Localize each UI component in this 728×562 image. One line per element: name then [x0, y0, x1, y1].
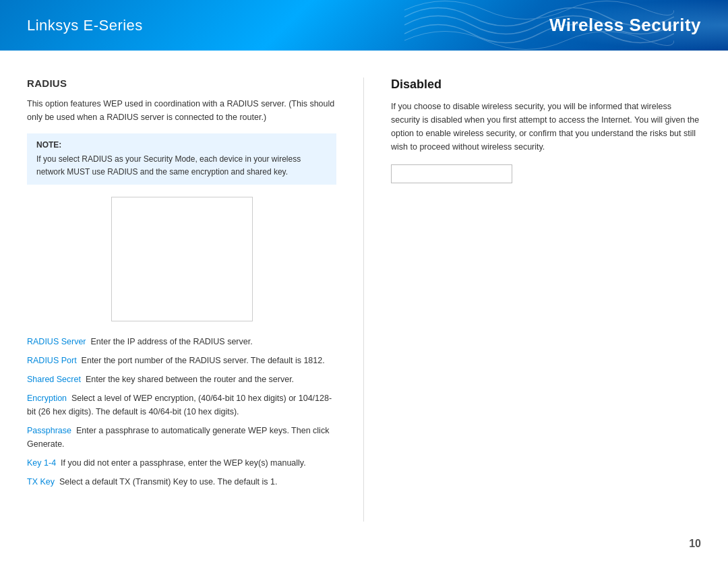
field-desc-passphrase: Passphrase Enter a passphrase to automat… [27, 424, 336, 451]
field-label-radius-server: RADIUS Server [27, 337, 86, 346]
field-label-key14: Key 1-4 [27, 458, 56, 468]
field-desc-radius-server: RADIUS Server Enter the IP address of th… [27, 335, 336, 348]
field-text-encryption: Select a level of WEP encryption, (40/64… [27, 394, 332, 416]
field-desc-radius-port: RADIUS Port Enter the port number of the… [27, 354, 336, 367]
field-text-key14: If you did not enter a passphrase, enter… [61, 458, 306, 468]
field-text-radius-port: Enter the port number of the RADIUS serv… [82, 356, 325, 365]
radius-intro: This option features WEP used in coordin… [27, 97, 336, 124]
disabled-body: If you choose to disable wireless securi… [391, 100, 701, 154]
field-label-encryption: Encryption [27, 394, 67, 403]
field-label-shared-secret: Shared Secret [27, 375, 81, 384]
page-number: 10 [689, 538, 701, 550]
field-desc-txkey: TX Key Select a default TX (Transmit) Ke… [27, 475, 336, 489]
radius-title: RADIUS [27, 77, 336, 89]
disabled-section: Disabled If you choose to disable wirele… [364, 77, 701, 522]
field-text-txkey: Select a default TX (Transmit) Key to us… [59, 477, 278, 487]
field-label-passphrase: Passphrase [27, 426, 71, 435]
field-text-shared-secret: Enter the key shared between the router … [86, 375, 294, 384]
field-label-txkey: TX Key [27, 477, 55, 487]
field-label-radius-port: RADIUS Port [27, 356, 77, 365]
radius-section: RADIUS This option features WEP used in … [27, 77, 364, 522]
header-left-title: Linksys E-Series [27, 17, 143, 34]
field-text-passphrase: Enter a passphrase to automatically gene… [27, 426, 329, 449]
disabled-input-placeholder[interactable] [391, 164, 512, 183]
disabled-title: Disabled [391, 77, 701, 92]
field-text-radius-server: Enter the IP address of the RADIUS serve… [90, 337, 252, 346]
field-desc-encryption: Encryption Select a level of WEP encrypt… [27, 392, 336, 418]
main-content: RADIUS This option features WEP used in … [0, 51, 728, 535]
radius-image-placeholder [111, 197, 253, 321]
field-desc-key14: Key 1-4 If you did not enter a passphras… [27, 456, 336, 470]
note-text: If you select RADIUS as your Security Mo… [36, 153, 327, 178]
header-right-title: Wireless Security [549, 15, 701, 36]
note-box: NOTE: If you select RADIUS as your Secur… [27, 133, 336, 185]
note-label: NOTE: [36, 140, 327, 150]
field-desc-shared-secret: Shared Secret Enter the key shared betwe… [27, 373, 336, 386]
page-header: Linksys E-Series Wireless Security [0, 0, 728, 51]
